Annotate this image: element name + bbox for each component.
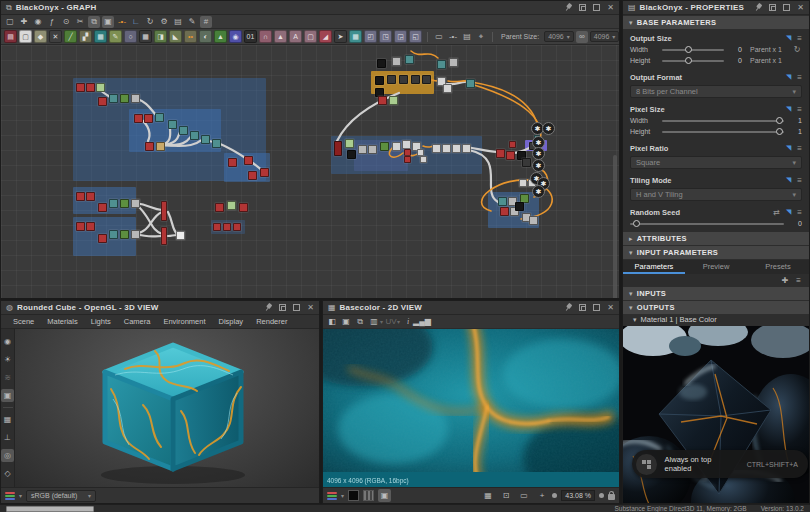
graph-node[interactable]	[233, 223, 241, 231]
menu-lights[interactable]: Lights	[85, 315, 117, 328]
graph-node[interactable]	[387, 75, 396, 84]
section-outputs[interactable]: ▾ OUTPUTS	[623, 301, 809, 314]
pan-tool-icon[interactable]: ✚	[18, 16, 30, 28]
camera-icon[interactable]: ◉	[1, 335, 14, 348]
height-slider[interactable]	[662, 60, 724, 62]
width-slider[interactable]	[662, 49, 724, 51]
graph-node[interactable]	[462, 144, 471, 153]
transform-node[interactable]: ➤	[334, 30, 347, 43]
link-size-icon[interactable]: ∞	[576, 31, 588, 43]
graph-node[interactable]	[402, 140, 411, 149]
graph-node[interactable]	[378, 96, 387, 105]
graph-node[interactable]	[368, 145, 377, 154]
menu-materials[interactable]: Materials	[41, 315, 83, 328]
warp-node[interactable]: ▲	[274, 30, 287, 43]
graph-node[interactable]	[452, 144, 461, 153]
add-parameter-icon[interactable]: ✚	[782, 276, 789, 285]
extrude-node[interactable]: ◨	[154, 30, 167, 43]
section-attributes[interactable]: ▸ ATTRIBUTES	[623, 232, 809, 245]
pin-icon[interactable]	[262, 301, 274, 313]
graph-node[interactable]	[449, 58, 458, 67]
graph-node[interactable]	[466, 79, 475, 88]
graph-node[interactable]	[422, 75, 431, 84]
background-image-icon[interactable]: ▥	[368, 316, 380, 328]
graph-node[interactable]	[389, 96, 398, 105]
graph-node[interactable]	[399, 75, 408, 84]
graph-scrollbar[interactable]	[613, 155, 617, 299]
graph-node[interactable]	[144, 114, 153, 123]
graph-node[interactable]	[375, 76, 384, 85]
vertical-divider[interactable]	[620, 0, 622, 504]
grid-snap-icon[interactable]: #	[200, 16, 212, 28]
thumbnail-icon[interactable]: ▤	[172, 16, 184, 28]
pixel-height-slider[interactable]	[662, 131, 784, 133]
float-icon[interactable]	[579, 304, 586, 311]
gradient-node[interactable]: ◐	[199, 30, 212, 43]
zoom-tool-icon[interactable]: ⊙	[60, 16, 72, 28]
graph-node[interactable]	[134, 114, 143, 123]
graph-node[interactable]	[515, 202, 524, 211]
list-options-icon[interactable]: ≡	[796, 276, 801, 285]
graph-node[interactable]	[345, 139, 354, 148]
parameter-menu-icon[interactable]: ≡	[797, 208, 802, 217]
graph-node[interactable]	[334, 141, 342, 156]
graph-node[interactable]	[432, 144, 441, 153]
frame-br-node[interactable]: ◲	[394, 30, 407, 43]
graph-node[interactable]	[223, 223, 231, 231]
parent-size-width-select[interactable]: 4096▾	[544, 31, 574, 42]
graph-node[interactable]	[109, 230, 118, 239]
close-icon[interactable]: ✕	[607, 304, 614, 311]
graph-node[interactable]	[404, 156, 411, 163]
histogram-icon[interactable]: ▂▄▆	[416, 316, 428, 328]
graph-node[interactable]	[109, 94, 118, 103]
graph-node[interactable]	[392, 142, 401, 151]
sharpen-node[interactable]: ▞	[79, 30, 92, 43]
vertical-divider[interactable]	[320, 300, 322, 504]
graph-node[interactable]	[131, 94, 140, 103]
columns-swatch[interactable]	[363, 490, 374, 501]
pin-icon[interactable]	[562, 301, 574, 313]
close-icon[interactable]: ✕	[307, 304, 314, 311]
expose-parameter-icon[interactable]: ◥	[786, 176, 791, 184]
tile-sampler-node[interactable]: ▦	[349, 30, 362, 43]
frame-icon[interactable]: ▭	[518, 490, 530, 502]
random-seed-slider[interactable]	[630, 223, 784, 225]
maximize-icon[interactable]	[293, 304, 300, 311]
graph-node[interactable]	[420, 156, 427, 163]
graph-canvas[interactable]: ✱✱✱✱✱✱✱✱	[1, 45, 619, 299]
straight-links-icon[interactable]: -•-	[116, 16, 128, 28]
crop-node[interactable]: ▢	[304, 30, 317, 43]
graph-node[interactable]	[98, 97, 107, 106]
elbow-links-icon[interactable]: ∟	[130, 16, 142, 28]
parameter-menu-icon[interactable]: ≡	[797, 34, 802, 43]
graph-node[interactable]	[213, 223, 221, 231]
graph-node[interactable]	[244, 156, 253, 165]
graph-node[interactable]	[405, 55, 414, 64]
maximize-icon[interactable]	[593, 4, 600, 11]
material-ball-icon[interactable]: ▦	[1, 413, 14, 426]
subgraph-icon[interactable]: ▣	[102, 16, 114, 28]
graph-node[interactable]	[98, 203, 107, 212]
graph-node[interactable]	[96, 83, 105, 92]
graph-node[interactable]	[500, 207, 509, 216]
comment-icon[interactable]: ▭	[433, 31, 445, 43]
maximize-icon[interactable]	[593, 304, 600, 311]
pin-icon[interactable]	[752, 1, 764, 13]
checker-node[interactable]: ▦	[94, 30, 107, 43]
dot-link-icon[interactable]: -•-	[447, 31, 459, 43]
float-icon[interactable]	[579, 4, 586, 11]
preview-image-toggle[interactable]: ▣	[378, 489, 391, 502]
hsl-node[interactable]: ◉	[229, 30, 242, 43]
switch-node[interactable]: 01	[244, 30, 257, 43]
light-icon[interactable]: ☀	[1, 353, 14, 366]
parameter-menu-icon[interactable]: ≡	[797, 73, 802, 82]
cut-links-icon[interactable]: ✂	[74, 16, 86, 28]
tile-node[interactable]: ▦	[139, 30, 152, 43]
background-swatch[interactable]	[348, 490, 359, 501]
axes-icon[interactable]: ⊥	[1, 431, 14, 444]
shuffle-icon[interactable]: ⇄	[773, 208, 780, 217]
menu-scene[interactable]: Scene	[7, 315, 40, 328]
select-tool-icon[interactable]: ▢	[4, 16, 16, 28]
graph-node[interactable]	[215, 203, 224, 212]
blur-node[interactable]: ◆	[34, 30, 47, 43]
